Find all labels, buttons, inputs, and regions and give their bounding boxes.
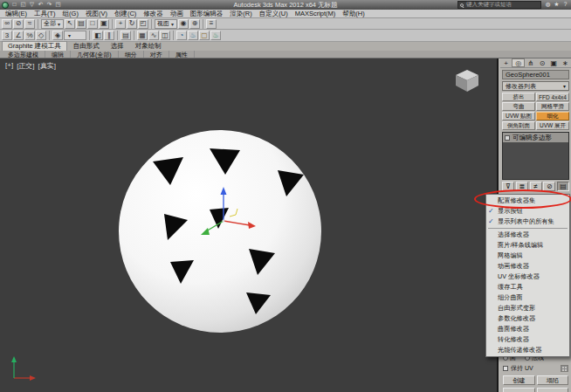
project-folder-icon[interactable]: ◳ bbox=[54, 1, 62, 9]
favorites-icon[interactable]: ★ bbox=[553, 1, 561, 9]
redo-icon[interactable]: ↷ bbox=[45, 1, 53, 9]
select-and-move-icon[interactable]: + bbox=[115, 19, 126, 29]
menu-item-1[interactable]: 工具(T) bbox=[31, 10, 59, 18]
select-object-icon[interactable]: ↖ bbox=[65, 19, 75, 29]
new-scene-icon[interactable]: □ bbox=[10, 1, 18, 9]
spinner-snap-icon[interactable]: ◇ bbox=[36, 31, 46, 40]
rendered-frame-window-icon[interactable]: ▢ bbox=[199, 31, 210, 40]
viewport[interactable]: [+] [正交] [真实] bbox=[0, 58, 499, 392]
context-menu-item-7[interactable]: UV 坐标修改器 bbox=[486, 272, 569, 282]
modifier-button-1[interactable]: FFD 4x4x4 bbox=[536, 93, 569, 101]
modify-tab[interactable]: ◎ bbox=[512, 58, 525, 67]
named-selection-sets-dropdown[interactable] bbox=[64, 31, 86, 40]
reference-coordinate-dropdown[interactable]: 视图 bbox=[155, 19, 177, 29]
context-menu-item-11[interactable]: 参数化修改器 bbox=[486, 313, 569, 324]
pin-stack-icon[interactable]: ⊽ bbox=[502, 182, 514, 191]
window-crossing-toggle-icon[interactable]: ▣ bbox=[99, 19, 109, 29]
display-tab[interactable]: ▣ bbox=[548, 58, 560, 67]
context-menu-item-5[interactable]: 网格编辑 bbox=[486, 251, 569, 261]
viewport-menu-pov[interactable]: [正交] bbox=[17, 61, 34, 71]
context-menu-item-0[interactable]: 配置修改器集 bbox=[486, 196, 569, 206]
align-icon[interactable]: ∥ bbox=[104, 31, 114, 40]
menu-item-11[interactable]: 帮助(H) bbox=[339, 10, 368, 18]
menu-item-8[interactable]: 渲染(R) bbox=[226, 10, 255, 18]
context-menu-item-2[interactable]: ✓显示列表中的所有集 bbox=[486, 217, 569, 227]
menu-item-2[interactable]: 组(G) bbox=[59, 10, 82, 18]
hierarchy-tab[interactable]: ⋔ bbox=[525, 58, 536, 67]
context-menu-item-12[interactable]: 曲面修改器 bbox=[486, 324, 569, 334]
context-menu-item-14[interactable]: 光能传递修改器 bbox=[486, 345, 569, 355]
communication-center-icon[interactable]: ◍ bbox=[544, 1, 552, 9]
selection-filter-dropdown[interactable]: 全部 bbox=[41, 19, 64, 29]
context-menu-item-8[interactable]: 缓存工具 bbox=[486, 282, 569, 292]
modifier-button-4[interactable]: UVW 贴图 bbox=[502, 112, 535, 120]
viewcube-icon[interactable] bbox=[456, 70, 478, 92]
modifier-button-7[interactable]: UVW 展开 bbox=[536, 121, 569, 130]
select-and-rotate-icon[interactable]: ↻ bbox=[127, 19, 137, 29]
viewport-menu-general[interactable]: [+] bbox=[5, 61, 13, 71]
ribbon-panel-4[interactable]: 对齐 bbox=[144, 51, 169, 58]
stack-item-0[interactable]: 可编辑多边形 bbox=[503, 133, 568, 142]
modifier-stack[interactable]: 可编辑多边形 bbox=[502, 132, 569, 180]
ribbon-panel-1[interactable]: 编辑 bbox=[45, 51, 71, 58]
ribbon-panel-5[interactable]: 属性 bbox=[169, 51, 195, 58]
configure-modifier-sets-icon[interactable]: ▤ bbox=[557, 182, 569, 191]
select-by-name-icon[interactable]: ▤ bbox=[76, 19, 86, 29]
open-file-icon[interactable]: ◱ bbox=[19, 1, 27, 9]
modifier-button-2[interactable]: 弯曲 bbox=[502, 102, 535, 111]
preserve-uv-checkbox[interactable] bbox=[503, 366, 508, 371]
context-menu-item-4[interactable]: 面片/样条线编辑 bbox=[486, 240, 569, 251]
ribbon-panel-2[interactable]: 几何体(全部) bbox=[71, 51, 119, 58]
application-menu-button[interactable] bbox=[2, 2, 9, 9]
modifier-list-dropdown[interactable]: 修改器列表 bbox=[502, 81, 569, 91]
help-icon[interactable]: ? bbox=[561, 1, 569, 9]
preserve-uv-settings-icon[interactable] bbox=[561, 365, 568, 372]
create-tab[interactable]: + bbox=[500, 58, 512, 67]
context-menu-item-3[interactable]: 选择修改器 bbox=[486, 230, 569, 240]
curve-editor-icon[interactable]: ∿ bbox=[148, 31, 159, 40]
edit-named-selection-sets-icon[interactable]: ◈ bbox=[52, 31, 63, 40]
infocenter-search-input[interactable]: 键入关键字或短语 bbox=[457, 1, 541, 9]
menu-item-6[interactable]: 动画 bbox=[167, 10, 187, 18]
bind-to-space-warp-icon[interactable]: ≈ bbox=[24, 19, 35, 29]
schematic-view-icon[interactable]: ◫ bbox=[160, 31, 170, 40]
context-menu-item-13[interactable]: 转化修改器 bbox=[486, 334, 569, 345]
rollout-button-0[interactable]: 创建 bbox=[503, 375, 535, 385]
context-menu-item-9[interactable]: 细分曲面 bbox=[486, 292, 569, 303]
viewport-menu-shading[interactable]: [真实] bbox=[38, 61, 56, 71]
ribbon-tab-0[interactable]: Graphite 建模工具 bbox=[2, 41, 67, 51]
menu-item-3[interactable]: 视图(V) bbox=[82, 10, 111, 18]
modifier-visibility-icon[interactable] bbox=[505, 135, 510, 141]
context-menu-item-6[interactable]: 动画修改器 bbox=[486, 261, 569, 272]
menu-item-9[interactable]: 自定义(U) bbox=[256, 10, 292, 18]
mirror-icon[interactable]: ◧ bbox=[93, 31, 103, 40]
context-menu-item-1[interactable]: ✓显示按钮 bbox=[486, 206, 569, 217]
keyboard-shortcut-override-icon[interactable]: ≡ bbox=[206, 19, 217, 29]
use-pivot-point-center-icon[interactable]: ◉ bbox=[178, 19, 189, 29]
menu-item-5[interactable]: 修改器 bbox=[140, 10, 167, 18]
show-end-result-icon[interactable]: ≣ bbox=[516, 182, 528, 191]
ribbon-tab-3[interactable]: 对象绘制 bbox=[130, 42, 167, 51]
layer-manager-icon[interactable]: ▤ bbox=[120, 31, 131, 40]
menu-item-10[interactable]: MAXScript(M) bbox=[292, 10, 340, 17]
rectangular-selection-region-icon[interactable]: □ bbox=[87, 19, 98, 29]
ribbon-tab-2[interactable]: 选择 bbox=[106, 42, 129, 51]
motion-tab[interactable]: ⊙ bbox=[537, 58, 548, 67]
menu-item-0[interactable]: 编辑(E) bbox=[2, 10, 31, 18]
select-and-scale-icon[interactable]: ◰ bbox=[138, 19, 148, 29]
utilities-tab[interactable]: ∗ bbox=[560, 58, 571, 67]
undo-icon[interactable]: ↶ bbox=[37, 1, 45, 9]
partial-button[interactable] bbox=[537, 388, 569, 392]
snap-toggle-3d-icon[interactable]: 3 bbox=[2, 31, 12, 40]
remove-modifier-icon[interactable]: ⊘ bbox=[543, 182, 555, 191]
ribbon-tab-1[interactable]: 自由形式 bbox=[68, 42, 105, 51]
object-name-field[interactable]: GeoSphere001 bbox=[502, 70, 569, 79]
angle-snap-icon[interactable]: ∠ bbox=[13, 31, 24, 40]
rollout-button-1[interactable]: 塌陷 bbox=[537, 375, 569, 385]
ribbon-panel-3[interactable]: 细分 bbox=[119, 51, 144, 58]
context-menu-item-10[interactable]: 自由形式变形 bbox=[486, 303, 569, 313]
modifier-button-0[interactable]: 挤出 bbox=[502, 93, 535, 101]
ribbon-panel-0[interactable]: 多边形建模 bbox=[2, 51, 45, 58]
select-and-manipulate-icon[interactable]: ⊕ bbox=[189, 19, 200, 29]
modifier-button-6[interactable]: 倒角剖面 bbox=[502, 121, 535, 130]
